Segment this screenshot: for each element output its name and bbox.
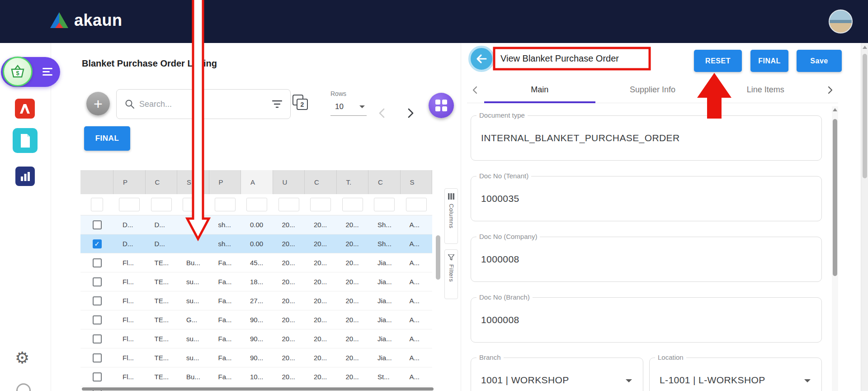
field-value: 1000035 — [481, 193, 821, 204]
column-header[interactable]: U — [273, 170, 305, 194]
detail-scrollbar[interactable] — [832, 106, 838, 391]
field-doc-no-tenant: Doc No (Tenant)1000035 — [471, 176, 822, 221]
table-vertical-scrollbar[interactable] — [436, 235, 440, 280]
table-cell: 20... — [305, 240, 337, 248]
apps-grid-button[interactable] — [429, 93, 454, 118]
table-cell: A... — [401, 240, 433, 248]
table-cell: 0.00 — [241, 240, 273, 248]
column-filter-input[interactable] — [406, 198, 427, 211]
table-cell: su... — [177, 335, 209, 343]
final-filter-button[interactable]: FINAL — [84, 126, 130, 151]
table-cell: 20... — [337, 316, 369, 324]
sidebar-item-help[interactable] — [16, 383, 31, 391]
page-title: Blanket Purchase Order Listing — [82, 58, 217, 69]
table-cell: Fl... — [113, 373, 146, 381]
row-checkbox[interactable] — [93, 220, 102, 229]
table-cell: 90... — [241, 316, 273, 324]
chevron-down-icon — [359, 105, 365, 108]
column-header[interactable]: A — [241, 170, 273, 194]
table-row[interactable]: Fl...TE...su...Fa...90...20...20...20...… — [80, 329, 432, 348]
row-checkbox[interactable] — [93, 277, 102, 286]
field-value: 1000008 — [481, 254, 821, 265]
column-header[interactable]: C — [305, 170, 337, 194]
search-input[interactable] — [139, 100, 268, 109]
row-checkbox[interactable] — [93, 353, 102, 362]
table-cell: 20... — [273, 259, 305, 267]
sidebar-item-pdf[interactable] — [15, 99, 35, 119]
field-label: Branch — [476, 353, 504, 361]
table-row[interactable]: Fl...TE...su...Fa...18...20...20...20...… — [80, 272, 432, 291]
column-filter-input[interactable] — [183, 198, 203, 211]
table-cell: St... — [368, 373, 401, 381]
next-page-button[interactable] — [400, 103, 420, 123]
column-header[interactable]: C — [146, 170, 178, 194]
sidebar-item-marketplace[interactable]: $ — [3, 57, 33, 86]
table-cell: 0.00 — [241, 221, 273, 229]
rows-per-page-select[interactable]: 10 — [330, 101, 367, 116]
column-header[interactable]: P — [209, 170, 241, 194]
search-icon — [125, 99, 135, 109]
previous-page-button[interactable] — [373, 103, 392, 123]
page-scrollbar[interactable] — [861, 43, 868, 391]
row-checkbox[interactable] — [93, 372, 102, 381]
page-scrollbar-thumb[interactable] — [863, 54, 867, 178]
column-filter-input[interactable] — [374, 198, 395, 211]
table-cell: Fa... — [209, 354, 241, 362]
brand-name: akaun — [74, 11, 123, 30]
column-header[interactable]: S — [177, 170, 209, 194]
sidebar-item-documents[interactable] — [13, 128, 38, 153]
column-filter-input[interactable] — [215, 198, 236, 211]
table-cell: Fa... — [209, 259, 241, 267]
table-cell: 90... — [241, 354, 273, 362]
sidebar-item-reports[interactable] — [15, 167, 35, 186]
table-row[interactable]: Fl...TE...Bu...Fa...10...20...20...20...… — [80, 367, 432, 386]
detail-scrollbar-thumb[interactable] — [833, 119, 837, 276]
column-header[interactable]: T. — [337, 170, 369, 194]
row-checkbox[interactable] — [93, 296, 102, 305]
avatar[interactable] — [829, 10, 853, 33]
row-checkbox[interactable] — [93, 334, 102, 343]
rows-per-page-value: 10 — [335, 102, 344, 111]
select-branch[interactable]: Branch1001 | WORKSHOP — [471, 358, 643, 391]
column-filter-input[interactable] — [91, 198, 103, 211]
table-cell: 20... — [305, 221, 337, 229]
table-row[interactable]: Fl...TE...su...Fa...90...20...20...20...… — [80, 348, 432, 367]
column-filter-input[interactable] — [342, 198, 363, 211]
columns-side-tab[interactable]: Columns — [444, 188, 458, 244]
column-filter-input[interactable] — [246, 198, 267, 211]
settings-gear-icon[interactable]: ⚙ — [15, 350, 29, 366]
table-cell: 18... — [241, 278, 273, 286]
row-checkbox[interactable]: ✓ — [93, 239, 102, 248]
table-cell: 20... — [305, 297, 337, 305]
table-row[interactable]: Fl...TE...su...Fa...27...20...20...20...… — [80, 291, 432, 310]
table-cell: Fa... — [209, 297, 241, 305]
table-row[interactable]: ✓D...D...sh...0.0020...20...20...Sh...A.… — [80, 234, 432, 253]
table-cell: A... — [401, 278, 433, 286]
filter-list-icon[interactable] — [272, 100, 282, 108]
column-filter-input[interactable] — [310, 198, 331, 211]
column-filter-input[interactable] — [278, 198, 299, 211]
rows-per-page-control: Rows 10 — [330, 90, 367, 116]
column-filter-input[interactable] — [151, 198, 172, 211]
select-location[interactable]: LocationL-1001 | L-WORKSHOP — [649, 358, 822, 391]
table-row[interactable]: Fl...TE...G...Fa...90...20...20...20...J… — [80, 310, 432, 329]
table-cell: 20... — [273, 316, 305, 324]
add-record-button[interactable]: + — [86, 92, 110, 115]
table-row[interactable]: D...D...sh...0.0020...20...20...Sh...A..… — [80, 215, 432, 234]
table-cell: Jia... — [368, 259, 401, 267]
copy-pages-icon[interactable]: 2 — [292, 95, 309, 111]
table-horizontal-scrollbar[interactable] — [82, 387, 434, 391]
column-filter-input[interactable] — [119, 198, 140, 211]
brand-logo[interactable]: akaun — [49, 11, 123, 30]
table-row[interactable]: Fl...TE...Bu...Fa...45...20...20...20...… — [80, 253, 432, 272]
field-doc-no-company: Doc No (Company)1000008 — [471, 237, 822, 282]
column-header[interactable]: S — [401, 170, 433, 194]
column-header[interactable]: C — [368, 170, 401, 194]
row-checkbox[interactable] — [93, 258, 102, 267]
table-cell: su... — [177, 297, 209, 305]
column-header[interactable]: P — [113, 170, 146, 194]
row-checkbox[interactable] — [93, 315, 102, 324]
table-header-row: PCSPAUCT.CS — [80, 170, 432, 194]
filters-side-tab[interactable]: Filters — [444, 249, 458, 299]
filter-cell — [177, 194, 209, 215]
